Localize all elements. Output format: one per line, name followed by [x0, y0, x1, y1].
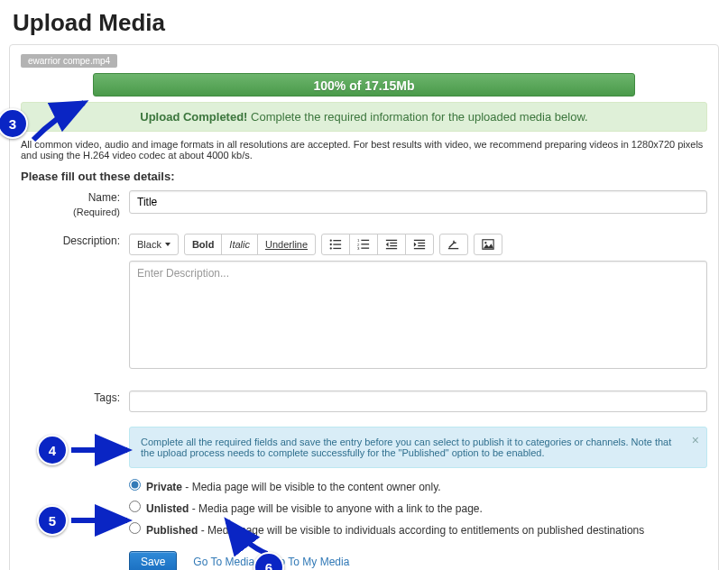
private-radio[interactable] [129, 479, 141, 491]
svg-rect-11 [361, 248, 369, 249]
tags-label: Tags: [21, 391, 129, 405]
bold-label: Bold [192, 239, 214, 250]
tags-row: Tags: [21, 391, 707, 412]
svg-point-0 [330, 239, 332, 241]
indent-icon [413, 238, 426, 251]
file-chip: ewarrior compe.mp4 [21, 54, 117, 68]
upload-panel: ewarrior compe.mp4 100% of 17.15Mb Uploa… [9, 44, 719, 570]
callout-5-circle: 5 [37, 505, 68, 536]
svg-text:3: 3 [357, 246, 360, 251]
unlisted-label: Unlisted [146, 502, 189, 515]
info-text: Complete all the required fields and sav… [141, 437, 671, 458]
svg-rect-1 [333, 240, 341, 241]
format-note: All common video, audio and image format… [21, 139, 707, 161]
tags-input[interactable] [129, 391, 707, 412]
description-row: Description: Black Bold Italic Underline… [21, 234, 707, 369]
svg-rect-12 [386, 240, 397, 241]
callout-5: 5 [37, 505, 134, 536]
visibility-unlisted[interactable]: Unlisted - Media page will be visible to… [129, 499, 707, 515]
rte-toolbar: Black Bold Italic Underline 123 [129, 234, 707, 255]
svg-point-2 [330, 244, 332, 245]
name-label: Name: (Required) [21, 190, 129, 219]
link-button[interactable] [439, 234, 468, 255]
svg-rect-18 [418, 243, 425, 244]
color-label: Black [137, 239, 161, 250]
go-to-media-link[interactable]: Go To Media [193, 556, 254, 568]
unlisted-desc: - Media page will be visible to anyone w… [189, 502, 483, 515]
name-required: (Required) [21, 205, 120, 219]
name-row: Name: (Required) [21, 190, 707, 219]
bold-button[interactable]: Bold [184, 234, 222, 255]
unordered-list-button[interactable] [321, 234, 350, 255]
close-icon[interactable]: × [692, 433, 699, 447]
svg-rect-15 [386, 248, 397, 249]
arrow-icon [68, 511, 134, 529]
actions-row: Save Go To Media Go To My Media [129, 551, 707, 570]
alert-lead: Upload Completed! [140, 110, 247, 124]
ordered-list-button[interactable]: 123 [349, 234, 378, 255]
svg-rect-17 [414, 240, 425, 241]
name-input[interactable] [129, 190, 707, 214]
visibility-private[interactable]: Private - Media page will be visible to … [129, 477, 707, 493]
image-icon [482, 238, 494, 251]
underline-button[interactable]: Underline [257, 234, 316, 255]
private-label: Private [146, 481, 182, 493]
published-label: Published [146, 524, 198, 537]
progress-row: 100% of 17.15Mb [21, 73, 707, 97]
private-desc: - Media page will be visible to the cont… [182, 481, 441, 493]
svg-rect-13 [390, 243, 397, 244]
svg-marker-16 [386, 242, 389, 246]
details-section-title: Please fill out these details: [21, 170, 707, 183]
outdent-button[interactable] [377, 234, 406, 255]
published-radio[interactable] [129, 522, 141, 534]
svg-marker-21 [414, 242, 417, 246]
visibility-group: Private - Media page will be visible to … [129, 477, 707, 537]
list-ul-icon [329, 238, 342, 251]
svg-rect-5 [333, 248, 341, 249]
alert-tail: Complete the required information for th… [251, 110, 588, 124]
description-input[interactable]: Enter Description... [129, 261, 707, 369]
arrow-icon [68, 441, 134, 459]
link-icon [447, 238, 460, 251]
svg-rect-14 [390, 245, 397, 246]
underline-label: Underline [265, 239, 308, 250]
color-dropdown[interactable]: Black [129, 234, 179, 255]
description-label: Description: [21, 234, 129, 248]
svg-rect-19 [418, 245, 425, 246]
svg-rect-7 [361, 240, 369, 241]
published-desc: - Media page will be visible to individu… [198, 524, 644, 537]
save-button[interactable]: Save [129, 551, 177, 570]
indent-button[interactable] [405, 234, 434, 255]
upload-complete-alert: Upload Completed! Complete the required … [21, 102, 707, 132]
svg-rect-22 [448, 248, 458, 249]
image-button[interactable] [474, 234, 502, 255]
page-title: Upload Media [13, 9, 728, 37]
svg-point-4 [330, 247, 332, 249]
visibility-published[interactable]: Published - Media page will be visible t… [129, 520, 707, 537]
svg-rect-20 [414, 248, 425, 249]
italic-label: Italic [229, 239, 250, 250]
svg-rect-3 [333, 244, 341, 244]
callout-4: 4 [37, 435, 134, 465]
publish-info-box: Complete all the required fields and sav… [129, 427, 707, 468]
italic-button[interactable]: Italic [221, 234, 258, 255]
svg-rect-9 [361, 244, 369, 244]
caret-down-icon [165, 243, 170, 246]
svg-point-24 [484, 242, 486, 244]
list-ol-icon: 123 [357, 238, 370, 251]
progress-bar: 100% of 17.15Mb [93, 73, 635, 97]
go-to-my-media-link[interactable]: Go To My Media [271, 556, 349, 568]
outdent-icon [385, 238, 398, 251]
unlisted-radio[interactable] [129, 501, 141, 512]
name-label-text: Name: [88, 191, 120, 204]
callout-4-circle: 4 [37, 435, 68, 465]
